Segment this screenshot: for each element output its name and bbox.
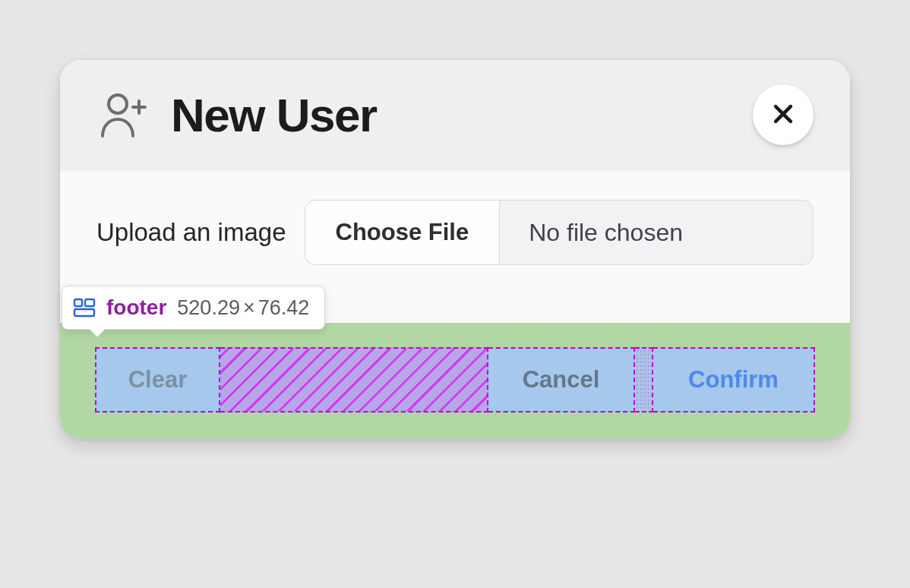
confirm-button[interactable]: Confirm — [653, 347, 815, 413]
tooltip-width: 520.29 — [177, 296, 240, 319]
cancel-button-label: Cancel — [488, 349, 634, 411]
file-picker: Choose File No file chosen — [305, 200, 814, 265]
svg-rect-6 — [85, 299, 94, 306]
dimension-separator: × — [243, 296, 255, 320]
devtools-tooltip: footer 520.29×76.42 — [62, 286, 325, 330]
svg-rect-5 — [74, 299, 82, 306]
svg-point-0 — [109, 95, 127, 113]
svg-rect-7 — [74, 309, 94, 316]
tooltip-height: 76.42 — [258, 296, 310, 319]
tooltip-dimensions: 520.29×76.42 — [177, 296, 309, 320]
dialog-footer: Clear Cancel Confirm — [60, 323, 850, 438]
confirm-button-label: Confirm — [653, 349, 814, 411]
upload-image-label: Upload an image — [96, 218, 286, 247]
clear-button-label: Clear — [96, 349, 219, 411]
close-button[interactable] — [753, 84, 814, 145]
file-status-text: No file chosen — [500, 201, 813, 264]
column-gap-highlight — [635, 347, 653, 413]
user-plus-icon — [96, 90, 151, 139]
flex-spacer-highlight — [220, 347, 488, 413]
footer-flex-highlight: Clear Cancel Confirm — [95, 347, 815, 413]
flex-icon — [73, 298, 96, 318]
dialog-header: New User — [60, 60, 850, 171]
cancel-button[interactable]: Cancel — [488, 347, 635, 413]
new-user-dialog: New User Upload an image Choose File No … — [60, 60, 850, 438]
choose-file-button[interactable]: Choose File — [305, 201, 501, 264]
close-icon — [770, 101, 796, 129]
dialog-title: New User — [171, 88, 753, 142]
tooltip-element-name: footer — [106, 296, 166, 320]
clear-button[interactable]: Clear — [95, 347, 220, 413]
